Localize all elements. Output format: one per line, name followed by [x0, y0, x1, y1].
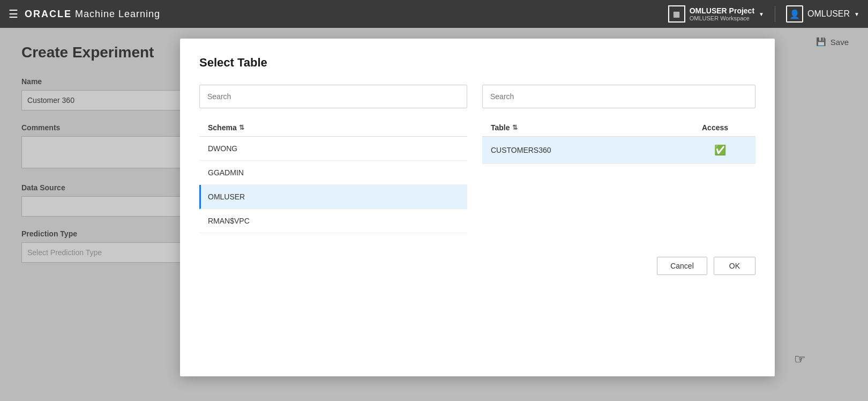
schema-sort-icon: ⇅ — [239, 124, 244, 131]
navbar-right: ▦ OMLUSER Project OMLUSER Workspace ▼ 👤 … — [668, 5, 859, 23]
hamburger-icon[interactable]: ☰ — [9, 8, 18, 20]
access-check-icon: ✅ — [693, 144, 747, 156]
table-panel: Table ⇅ Access CUSTOMERS360 ✅ — [482, 85, 755, 233]
access-column-header: Access — [702, 123, 755, 132]
project-name: OMLUSER Project — [690, 6, 754, 15]
user-name: OMLUSER — [807, 9, 850, 19]
table-row[interactable]: RMAN$VPC — [199, 209, 467, 233]
navbar-project[interactable]: ▦ OMLUSER Project OMLUSER Workspace ▼ — [668, 5, 764, 23]
user-dropdown-arrow[interactable]: ▼ — [854, 11, 859, 17]
modal-panels: Schema ⇅ DWONG GGADMIN OMLUSER RMAN$VPC … — [199, 85, 755, 233]
table-row[interactable]: CUSTOMERS360 ✅ — [482, 137, 755, 164]
table-row[interactable]: GGADMIN — [199, 161, 467, 185]
table-sort-icon: ⇅ — [512, 124, 518, 131]
project-workspace: OMLUSER Workspace — [690, 15, 754, 21]
table-column-header[interactable]: Table ⇅ — [491, 123, 702, 132]
schema-column-header[interactable]: Schema ⇅ — [208, 123, 244, 132]
schema-search-input[interactable] — [199, 85, 467, 108]
navbar-user[interactable]: 👤 OMLUSER ▼ — [786, 5, 859, 23]
modal-title: Select Table — [199, 56, 755, 70]
ml-text: Machine Learning — [72, 9, 160, 19]
schema-table-body: DWONG GGADMIN OMLUSER RMAN$VPC — [199, 137, 467, 233]
table-name: CUSTOMERS360 — [491, 146, 693, 154]
ok-button[interactable]: OK — [714, 257, 755, 275]
navbar-left: ☰ ORACLE Machine Learning — [9, 8, 160, 20]
table-row[interactable]: DWONG — [199, 137, 467, 161]
user-icon: 👤 — [786, 5, 803, 23]
project-icon: ▦ — [668, 5, 685, 23]
project-dropdown-arrow[interactable]: ▼ — [759, 11, 764, 17]
oracle-text: ORACLE — [25, 9, 72, 19]
schema-panel: Schema ⇅ DWONG GGADMIN OMLUSER RMAN$VPC — [199, 85, 467, 233]
cancel-button[interactable]: Cancel — [657, 257, 707, 275]
modal-footer: Cancel OK — [199, 248, 755, 275]
navbar-divider — [775, 6, 775, 22]
project-info: OMLUSER Project OMLUSER Workspace — [690, 6, 754, 21]
navbar: ☰ ORACLE Machine Learning ▦ OMLUSER Proj… — [0, 0, 868, 28]
select-table-modal: Select Table Schema ⇅ DWONG GGADMIN OMLU… — [180, 39, 775, 376]
schema-table-header: Schema ⇅ — [199, 119, 467, 137]
table-search-input[interactable] — [482, 85, 755, 108]
oracle-logo: ORACLE Machine Learning — [25, 9, 160, 20]
table-table-body: CUSTOMERS360 ✅ — [482, 137, 755, 233]
table-row[interactable]: OMLUSER — [199, 185, 467, 209]
table-table-header: Table ⇅ Access — [482, 119, 755, 137]
